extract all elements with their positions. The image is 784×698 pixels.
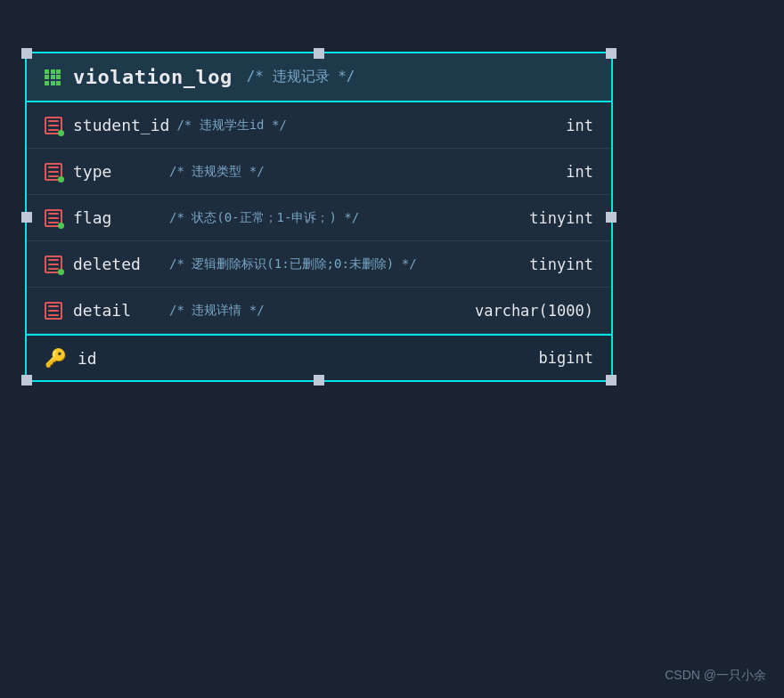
handle-bottom-left[interactable] [21,375,32,386]
field-name: deleted [73,255,162,273]
field-type: tinyint [529,209,593,227]
field-name: detail [73,301,162,320]
handle-mid-right[interactable] [606,212,617,223]
field-name: student_id [73,116,169,134]
field-type: int [566,117,593,134]
handle-top-left[interactable] [21,48,32,59]
field-icon-flag [45,209,62,227]
field-comment: /* 状态(0-正常；1-申诉；) */ [169,210,529,226]
field-type: tinyint [529,256,593,273]
field-comment: /* 违规学生id */ [176,118,566,134]
handle-top-mid[interactable] [314,48,324,59]
table-header: violation_log /* 违规记录 */ [27,53,611,102]
table-row: flag /* 状态(0-正常；1-申诉；) */ tinyint [27,195,611,241]
field-type: varchar(1000) [475,302,593,320]
watermark: CSDN @一只小余 [665,668,766,684]
handle-bottom-right[interactable] [606,375,617,386]
field-icon-student-id [45,117,62,134]
field-comment: /* 逻辑删除标识(1:已删除;0:未删除) */ [169,256,529,272]
handle-bottom-mid[interactable] [314,375,324,386]
handle-mid-left[interactable] [21,212,32,223]
field-name: id [78,349,167,368]
table-comment: /* 违规记录 */ [247,68,355,86]
field-type: int [566,163,593,181]
field-name: type [73,162,162,181]
table-row: student_id /* 违规学生id */ int [27,102,611,149]
table-diagram: violation_log /* 违规记录 */ student_id /* 违… [25,52,613,382]
table-name: violation_log [73,66,233,88]
field-type: bigint [539,349,593,367]
table-row-pk: 🔑 id bigint [27,334,611,380]
field-icon-deleted [45,256,62,273]
table-row: type /* 违规类型 */ int [27,149,611,195]
field-icon-type [45,163,62,181]
canvas: violation_log /* 违规记录 */ student_id /* 违… [0,27,784,698]
field-icon-detail [45,302,62,320]
field-comment: /* 违规详情 */ [169,303,475,319]
field-name: flag [73,208,162,227]
table-row: deleted /* 逻辑删除标识(1:已删除;0:未删除) */ tinyin… [27,241,611,288]
field-icon-pk: 🔑 [45,347,67,369]
table-body: student_id /* 违规学生id */ int type /* 违规类型… [27,102,611,380]
key-icon: 🔑 [45,347,67,369]
table-row: detail /* 违规详情 */ varchar(1000) [27,288,611,334]
handle-top-right[interactable] [606,48,617,59]
field-comment: /* 违规类型 */ [169,164,566,180]
table-grid-icon [45,69,61,85]
